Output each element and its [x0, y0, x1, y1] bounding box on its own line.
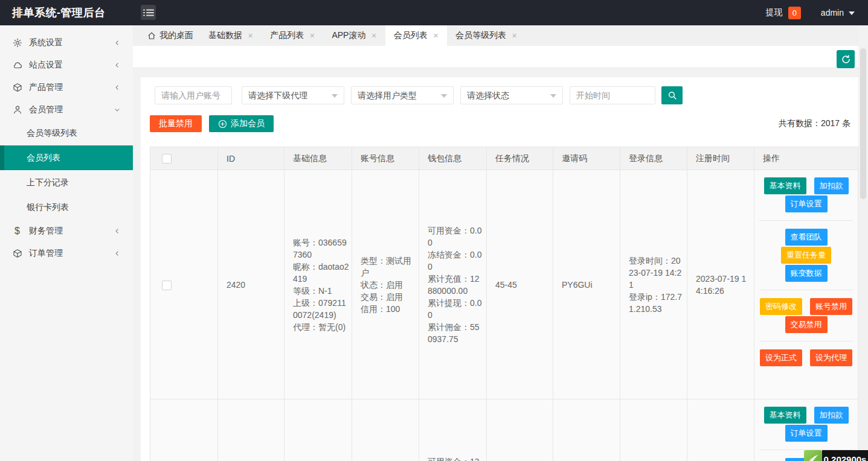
withdraw-count-badge: 0: [788, 7, 801, 19]
tab-basic-data[interactable]: 基础数据 ✕: [200, 25, 262, 46]
content-tool-strip: [133, 46, 858, 68]
member-table: ID 基础信息 账号信息 钱包信息 任务情况 邀请码 登录信息 注册时间 操作 …: [150, 147, 858, 461]
cell-basic-info: [285, 399, 352, 461]
cell-id: [218, 399, 285, 461]
tab-member-list[interactable]: 会员列表 ✕: [385, 25, 447, 46]
chevron-left-icon: [114, 227, 121, 235]
search-icon: [667, 91, 677, 100]
sidebar-item-member-list[interactable]: 会员列表: [0, 145, 133, 170]
add-deduct-funds-button[interactable]: 加扣款: [814, 177, 849, 194]
cloud-icon: [12, 60, 22, 70]
sidebar-item-label: 站点设置: [29, 60, 114, 71]
caret-down-icon: [441, 94, 447, 98]
sidebar-item-points-record[interactable]: 上下分记录: [0, 170, 133, 195]
column-header-wallet-info: 钱包信息: [419, 147, 487, 170]
page-load-time: 0.202900s: [822, 450, 868, 461]
scrollbar-track: [858, 46, 868, 461]
reset-task-button[interactable]: 重置任务量: [781, 247, 831, 264]
sidebar-item-member-level-list[interactable]: 会员等级列表: [0, 121, 133, 145]
chevron-down-icon: [114, 106, 121, 113]
table-toolbar: 批量禁用 添加会员 共有数据：2017 条: [150, 115, 850, 132]
order-settings-button[interactable]: 订单设置: [785, 425, 828, 442]
sidebar-item-system-settings[interactable]: 系统设置: [0, 31, 133, 54]
tab-app-scroll[interactable]: APP滚动 ✕: [323, 25, 385, 46]
divider: [759, 341, 853, 342]
member-management-submenu: 会员等级列表 会员列表 上下分记录 银行卡列表: [0, 121, 133, 220]
refresh-icon: [841, 54, 851, 65]
tab-my-desktop[interactable]: 我的桌面: [141, 25, 200, 46]
start-time-input[interactable]: [570, 86, 655, 104]
agent-select[interactable]: 请选择下级代理: [242, 86, 344, 104]
basic-profile-button[interactable]: 基本资料: [764, 407, 806, 424]
order-settings-button[interactable]: 订单设置: [785, 196, 828, 212]
status-select[interactable]: 请选择状态: [460, 86, 563, 104]
scrollbar-thumb[interactable]: [860, 48, 866, 199]
chevron-left-icon: [114, 250, 121, 257]
tab-product-list[interactable]: 产品列表 ✕: [262, 25, 323, 46]
menu-toggle-button[interactable]: [141, 5, 156, 20]
change-password-button[interactable]: 密码修改: [760, 298, 802, 315]
top-bar: 排单系统-管理后台 提现 0 admin: [0, 0, 868, 25]
total-records-text: 共有数据：2017 条: [779, 118, 850, 129]
sidebar-item-label: 会员管理: [29, 104, 114, 115]
divider: [759, 220, 853, 221]
close-icon[interactable]: ✕: [512, 33, 517, 39]
basic-profile-button[interactable]: 基本资料: [764, 177, 806, 194]
column-header-actions: 操作: [754, 147, 858, 170]
close-icon[interactable]: ✕: [371, 33, 376, 39]
batch-disable-button[interactable]: 批量禁用: [150, 115, 202, 132]
disable-trade-button[interactable]: 交易禁用: [785, 316, 828, 333]
balance-change-button[interactable]: 账变数据: [785, 265, 828, 282]
sidebar-item-label: 财务管理: [29, 226, 114, 237]
view-team-button[interactable]: 查看团队: [785, 229, 828, 246]
cell-wallet-info: 可用资金：0.00 冻结资金：0.00 累计充值：12880000.00 累计提…: [419, 170, 487, 399]
admin-username: admin: [821, 8, 844, 17]
thinkphp-trace-icon[interactable]: [804, 450, 822, 461]
close-icon[interactable]: ✕: [248, 33, 253, 39]
add-deduct-funds-button[interactable]: 加扣款: [814, 407, 849, 424]
admin-user-menu[interactable]: admin: [821, 8, 855, 17]
search-button[interactable]: [661, 86, 683, 104]
chevron-left-icon: [114, 84, 121, 91]
withdraw-link[interactable]: 提现: [766, 7, 783, 18]
column-header-account-info: 账号信息: [352, 147, 419, 170]
add-member-button[interactable]: 添加会员: [209, 115, 274, 132]
row-checkbox[interactable]: [162, 281, 172, 290]
sidebar-item-order-management[interactable]: 订单管理: [0, 242, 133, 264]
cell-register-time: 2023-07-19 14:16:26: [687, 170, 754, 399]
caret-down-icon: [550, 94, 556, 98]
close-icon[interactable]: ✕: [309, 33, 315, 39]
sidebar-item-finance-management[interactable]: $ 财务管理: [0, 220, 133, 242]
member-list-panel: 请选择下级代理 请选择用户类型 请选择状态 批量禁用 添加会员: [141, 77, 858, 461]
table-header-row: ID 基础信息 账号信息 钱包信息 任务情况 邀请码 登录信息 注册时间 操作: [150, 147, 858, 170]
set-agent-button[interactable]: 设为代理: [810, 349, 852, 366]
tab-bar: 我的桌面 基础数据 ✕ 产品列表 ✕ APP滚动 ✕ 会员列表 ✕ 会员等级列表…: [133, 25, 858, 46]
account-search-input[interactable]: [155, 86, 232, 104]
action-group: 基本资料 加扣款 订单设置: [758, 176, 854, 214]
table-row: 2420 账号：0366597360 昵称：daotao2419 等级：N-1 …: [150, 170, 858, 399]
sidebar-item-member-management[interactable]: 会员管理: [0, 98, 133, 121]
caret-down-icon: [849, 11, 855, 15]
sidebar-item-site-settings[interactable]: 站点设置: [0, 54, 133, 76]
sidebar-item-label: 产品管理: [29, 82, 114, 93]
cell-register-time: [687, 399, 754, 461]
sidebar-item-bank-card-list[interactable]: 银行卡列表: [0, 195, 133, 220]
column-header-register-time: 注册时间: [687, 147, 754, 170]
user-icon: [12, 104, 22, 115]
column-header-task-status: 任务情况: [487, 147, 553, 170]
tab-member-level-list[interactable]: 会员等级列表 ✕: [447, 25, 526, 46]
disable-account-button[interactable]: 账号禁用: [810, 298, 852, 315]
refresh-button[interactable]: [837, 50, 855, 68]
cell-account-info: 类型：测试用户 状态：启用 交易：启用 信用：100: [352, 170, 419, 399]
plus-circle-icon: [218, 119, 227, 129]
app-title: 排单系统-管理后台: [12, 5, 130, 20]
cube-icon: [12, 82, 22, 92]
sidebar-item-product-management[interactable]: 产品管理: [0, 76, 133, 98]
select-all-checkbox[interactable]: [162, 154, 172, 164]
sidebar: 系统设置 站点设置 产品管理 会员管理 会: [0, 25, 133, 461]
cell-task-status: 45-45: [487, 170, 553, 399]
close-icon[interactable]: ✕: [433, 33, 439, 39]
set-official-button[interactable]: 设为正式: [760, 349, 802, 366]
sidebar-item-label: 订单管理: [29, 248, 114, 259]
user-type-select[interactable]: 请选择用户类型: [351, 86, 454, 104]
